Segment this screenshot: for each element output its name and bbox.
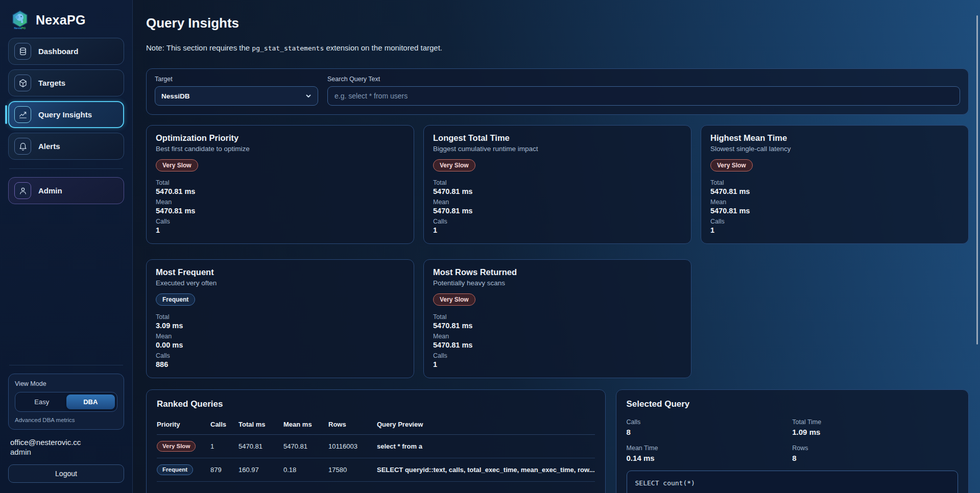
metric-value-mean: 5470.81 ms xyxy=(433,207,682,215)
user-icon xyxy=(14,182,31,199)
bottom-panels: Ranked Queries Priority Calls Total ms M… xyxy=(146,389,969,493)
cell-mean-ms: 0.18 xyxy=(283,466,328,474)
target-label: Target xyxy=(155,76,318,83)
sql-preview-box: SELECT count(*) xyxy=(627,471,958,493)
metric-label-mean: Mean xyxy=(156,199,404,206)
view-mode-subtext: Advanced DBA metrics xyxy=(15,417,117,423)
severity-badge: Frequent xyxy=(156,293,195,306)
sidebar-item-admin[interactable]: Admin xyxy=(8,177,124,204)
vertical-scrollbar[interactable] xyxy=(976,15,978,344)
card-subtitle: Slowest single-call latency xyxy=(710,145,959,153)
card-title: Optimization Priority xyxy=(156,133,404,143)
col-calls: Calls xyxy=(210,421,238,428)
main-content: Query Insights Note: This section requir… xyxy=(133,0,980,493)
metric-value-total: 5470.81 ms xyxy=(710,187,959,195)
selected-total-time: Total Time 1.09 ms xyxy=(792,418,958,436)
search-label: Search Query Text xyxy=(327,76,960,83)
card-highest-mean-time: Highest Mean Time Slowest single-call la… xyxy=(701,125,969,244)
sidebar-item-targets[interactable]: Targets xyxy=(8,69,124,96)
filter-panel: Target NessiDB Search Query Text xyxy=(146,68,969,115)
col-total-ms: Total ms xyxy=(238,421,283,428)
metric-value-calls: 1 xyxy=(156,226,404,234)
ranked-queries-title: Ranked Queries xyxy=(157,399,595,409)
card-optimization-priority: Optimization Priority Best first candida… xyxy=(146,125,414,244)
metric-value-mean: 5470.81 ms xyxy=(156,207,404,215)
card-most-rows-returned: Most Rows Returned Potentially heavy sca… xyxy=(423,259,691,378)
card-title: Longest Total Time xyxy=(433,133,682,143)
card-title: Most Rows Returned xyxy=(433,267,682,277)
card-longest-total-time: Longest Total Time Biggest cumulative ru… xyxy=(423,125,691,244)
cell-query-preview: select * from a xyxy=(377,442,595,450)
dba-mode-button[interactable]: DBA xyxy=(66,395,115,409)
col-priority: Priority xyxy=(157,421,210,428)
selected-total-label: Total Time xyxy=(792,418,958,426)
metric-label-total: Total xyxy=(433,179,682,186)
metric-label-mean: Mean xyxy=(433,199,682,206)
brand-name: NexaPG xyxy=(36,13,86,28)
selected-calls: Calls 8 xyxy=(627,418,793,436)
extension-code-text: pg_stat_statements xyxy=(252,44,324,52)
bell-icon xyxy=(14,138,31,155)
sidebar-item-query-insights[interactable]: Query Insights xyxy=(8,101,124,128)
view-mode-panel: View Mode Easy DBA Advanced DBA metrics xyxy=(8,374,124,430)
sidebar-item-dashboard[interactable]: Dashboard xyxy=(8,38,124,65)
severity-badge: Frequent xyxy=(157,464,193,476)
summary-cards-grid: Optimization Priority Best first candida… xyxy=(146,125,969,378)
app-logo: NexaPG xyxy=(10,10,30,30)
brand: NexaPG NexaPG xyxy=(8,9,124,38)
selected-rows-label: Rows xyxy=(792,445,958,452)
metric-label-total: Total xyxy=(156,313,404,321)
selected-mean-label: Mean Time xyxy=(627,445,793,452)
cell-total-ms: 5470.81 xyxy=(238,442,283,450)
search-query-input[interactable] xyxy=(327,86,960,106)
cell-calls: 1 xyxy=(210,442,238,450)
selected-rows-value: 8 xyxy=(792,454,958,462)
target-field: Target NessiDB xyxy=(155,76,318,106)
sidebar-divider xyxy=(9,168,123,169)
easy-mode-button[interactable]: Easy xyxy=(17,395,66,409)
card-subtitle: Biggest cumulative runtime impact xyxy=(433,145,682,153)
sidebar-item-label: Targets xyxy=(38,79,65,87)
severity-badge: Very Slow xyxy=(433,293,475,306)
selected-mean-time: Mean Time 0.14 ms xyxy=(627,445,793,462)
severity-badge: Very Slow xyxy=(433,159,475,171)
card-subtitle: Potentially heavy scans xyxy=(433,279,682,287)
ranked-queries-panel: Ranked Queries Priority Calls Total ms M… xyxy=(146,389,606,493)
logout-button[interactable]: Logout xyxy=(8,464,124,483)
metric-label-total: Total xyxy=(710,179,959,186)
metric-label-calls: Calls xyxy=(433,352,682,359)
ranked-queries-table: Priority Calls Total ms Mean ms Rows Que… xyxy=(157,421,595,482)
table-row[interactable]: Very Slow 1 5470.81 5470.81 10116003 sel… xyxy=(157,435,595,458)
col-rows: Rows xyxy=(328,421,377,428)
view-mode-toggle: Easy DBA xyxy=(15,392,117,412)
card-subtitle: Best first candidate to optimize xyxy=(156,145,404,153)
user-email: office@nesterovic.cc xyxy=(10,438,122,447)
table-row[interactable]: Frequent 879 160.97 0.18 17580 SELECT qu… xyxy=(157,458,595,482)
cell-calls: 879 xyxy=(210,466,238,474)
sidebar-item-alerts[interactable]: Alerts xyxy=(8,133,124,160)
target-select[interactable]: NessiDB xyxy=(155,86,318,106)
page-title: Query Insights xyxy=(146,15,969,31)
severity-badge: Very Slow xyxy=(156,159,198,171)
cell-rows: 10116003 xyxy=(328,442,377,450)
page-note: Note: This section requires the pg_stat_… xyxy=(146,43,969,52)
card-title: Most Frequent xyxy=(156,267,404,277)
metric-label-calls: Calls xyxy=(433,218,682,225)
col-mean-ms: Mean ms xyxy=(283,421,328,428)
selected-query-panel: Selected Query Calls 8 Total Time 1.09 m… xyxy=(616,389,969,493)
metric-label-mean: Mean xyxy=(433,333,682,340)
elephant-hexagon-logo-icon xyxy=(11,10,29,28)
metric-label-total: Total xyxy=(156,179,404,186)
sidebar-item-label: Admin xyxy=(38,186,62,195)
empty-grid-cell xyxy=(701,259,969,378)
database-icon xyxy=(14,43,31,60)
sidebar-item-label: Alerts xyxy=(38,142,60,151)
metric-value-calls: 886 xyxy=(156,360,404,368)
metric-label-mean: Mean xyxy=(156,333,404,340)
metric-value-total: 5470.81 ms xyxy=(433,322,682,330)
metric-label-mean: Mean xyxy=(710,199,959,206)
sidebar: NexaPG NexaPG Dashboard Targets Query In… xyxy=(0,0,133,493)
metric-label-calls: Calls xyxy=(156,218,404,225)
card-most-frequent: Most Frequent Executed very often Freque… xyxy=(146,259,414,378)
selected-mean-value: 0.14 ms xyxy=(627,454,793,462)
